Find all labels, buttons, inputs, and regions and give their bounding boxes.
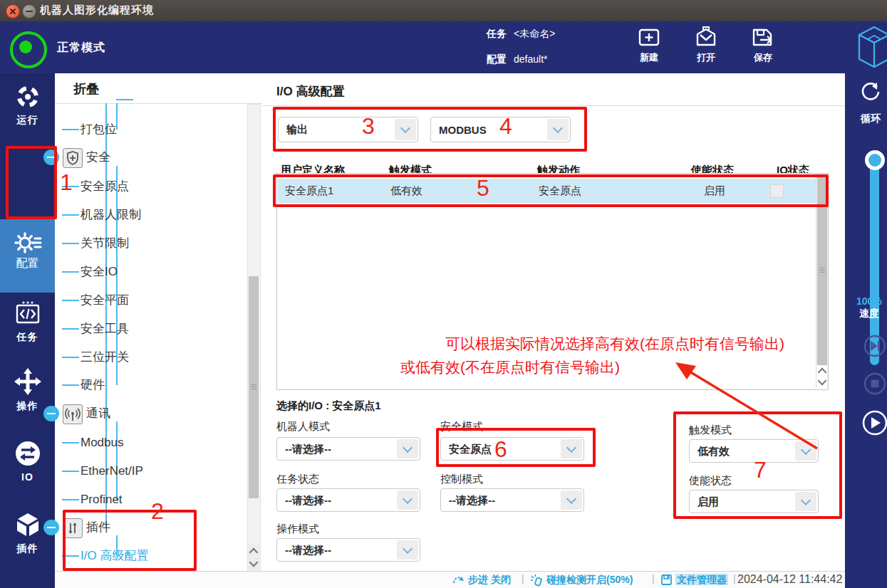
speed-slider-handle[interactable] <box>865 150 885 170</box>
tree-scrollbar-thumb[interactable] <box>249 276 259 498</box>
table-scrollbar-thumb[interactable] <box>817 176 827 365</box>
io-direction-value: 输出 <box>286 123 308 137</box>
window-title: 机器人图形化编程环境 <box>40 4 154 17</box>
step-forward-button[interactable] <box>863 334 887 361</box>
loop-label: 循环 <box>861 112 881 125</box>
trigger-mode-select[interactable]: 低有效 <box>689 439 819 463</box>
chevron-down-icon <box>817 377 826 386</box>
robot-mode-select[interactable]: --请选择-- <box>276 437 420 461</box>
sidebar-plugin-label: 插件 <box>0 542 55 555</box>
step-mode-status[interactable]: 步进 关闭 <box>468 574 511 587</box>
task-state-select[interactable]: --请选择-- <box>276 488 420 512</box>
tree-item-three-position-switch[interactable]: 三位开关 <box>81 348 129 367</box>
table-scroll-down-button[interactable] <box>816 377 827 388</box>
dropdown-button[interactable] <box>795 492 816 511</box>
dropdown-button[interactable] <box>397 439 418 458</box>
save-button-label: 保存 <box>743 51 783 64</box>
open-button-label: 打开 <box>686 51 726 64</box>
stop-button[interactable] <box>863 372 887 399</box>
separator: | <box>522 573 524 584</box>
chevron-down-icon <box>553 123 563 133</box>
chevron-down-icon <box>400 123 410 133</box>
tree-item-joint-limits[interactable]: 关节限制 <box>81 234 129 253</box>
enable-state-select[interactable]: 启用 <box>689 490 819 513</box>
trigger-mode-label: 触发模式 <box>689 424 732 437</box>
dropdown-button[interactable] <box>397 540 418 560</box>
dropdown-button[interactable] <box>561 439 582 458</box>
safety-mode-select[interactable]: 安全原点 <box>440 437 584 461</box>
dropdown-button[interactable] <box>395 119 416 140</box>
dropdown-button[interactable] <box>547 119 569 140</box>
play-button[interactable] <box>861 409 887 439</box>
sidebar-item-run[interactable]: 运行 <box>0 84 55 127</box>
tree-scroll-up-button[interactable] <box>248 545 259 557</box>
tree-item-ethernet-ip[interactable]: EtherNet/IP <box>81 462 143 481</box>
trigger-mode-value: 低有效 <box>697 444 730 458</box>
tree-collapse-node-icon[interactable] <box>43 149 59 165</box>
tree-item-packing-position[interactable]: 打包位 <box>81 120 117 139</box>
cell-name: 安全原点1 <box>285 184 333 198</box>
dropdown-button[interactable] <box>561 490 582 510</box>
tree-item-profinet[interactable]: Profinet <box>81 490 123 509</box>
tree-collapse-header[interactable]: 折叠 <box>55 73 262 104</box>
tree-item-hardware[interactable]: 硬件 <box>81 376 105 394</box>
task-state-label: 任务状态 <box>276 473 319 486</box>
tree-item-robot-limits[interactable]: 机器人限制 <box>81 206 141 224</box>
chevron-down-icon <box>403 543 413 553</box>
open-button[interactable]: 打开 <box>686 26 726 70</box>
tree-item-safety-planes[interactable]: 安全平面 <box>81 291 129 310</box>
chevron-down-icon <box>801 444 811 454</box>
dropdown-button[interactable] <box>397 490 418 510</box>
page-title: I/O 高级配置 <box>276 83 344 100</box>
sidebar-task-label: 任务 <box>0 331 55 344</box>
control-mode-select[interactable]: --请选择-- <box>440 488 584 512</box>
operate-mode-label: 操作模式 <box>276 523 319 536</box>
tree-scroll-down-button[interactable] <box>248 557 259 570</box>
file-manager-label: 文件管理器 <box>675 574 728 585</box>
tree-item-io-advanced-config[interactable]: I/O 高级配置 <box>81 547 148 565</box>
save-button[interactable]: 保存 <box>743 26 783 70</box>
io-state-checkbox[interactable] <box>770 184 784 198</box>
bus-type-select[interactable]: MODBUS <box>430 117 571 142</box>
tree-collapse-node-icon[interactable] <box>43 406 59 421</box>
new-button-label: 新建 <box>629 51 669 64</box>
sidebar-item-operate[interactable]: 操作 <box>0 367 55 413</box>
tree-plugins-label: 插件 <box>86 518 110 537</box>
speed-value: 100% <box>856 295 882 307</box>
sidebar-item-config[interactable]: 配置 <box>0 219 55 293</box>
window-close-button[interactable] <box>6 4 20 19</box>
chevron-down-icon <box>249 558 259 567</box>
divider <box>262 105 845 106</box>
sidebar-item-task[interactable]: 任务 <box>0 300 55 344</box>
separator: | <box>733 573 736 584</box>
play-icon <box>861 409 887 436</box>
io-advanced-config-panel: I/O 高级配置 输出 MODBUS 用户定义名称 触发模式 触发动作 使能状态… <box>262 73 845 571</box>
file-manager-button[interactable]: 文件管理器 <box>675 574 728 587</box>
tree-item-safety-tool[interactable]: 安全工具 <box>81 320 129 338</box>
chevron-down-icon <box>801 495 811 505</box>
operate-mode-value: --请选择-- <box>285 543 331 557</box>
operate-mode-select[interactable]: --请选择-- <box>276 538 420 562</box>
dropdown-button[interactable] <box>795 441 816 461</box>
tree-item-safety-home[interactable]: 安全原点 <box>81 177 129 196</box>
sidebar-run-label: 运行 <box>0 114 55 127</box>
annotation-line2: 或低有效(不在原点时有信号输出) <box>400 357 620 377</box>
loop-icon <box>859 80 882 103</box>
tree-item-modbus[interactable]: Modbus <box>81 434 123 452</box>
tree-communication-label: 通讯 <box>86 404 110 423</box>
safety-mode-label: 安全模式 <box>440 420 483 434</box>
enable-state-value: 启用 <box>697 495 719 508</box>
table-row-selected[interactable]: 安全原点1 低有效 安全原点 启用 <box>278 179 816 203</box>
cube-icon <box>14 511 41 538</box>
new-button[interactable]: 新建 <box>629 26 669 70</box>
table-scroll-up-button[interactable] <box>816 365 827 377</box>
config-label: 配置 <box>487 53 507 65</box>
window-minimize-button[interactable] <box>22 4 36 19</box>
tree-item-safety-io[interactable]: 安全IO <box>81 263 118 281</box>
collision-detect-status[interactable]: 碰撞检测开启(50%) <box>546 574 633 587</box>
tree-collapse-node-icon[interactable] <box>43 520 59 535</box>
sidebar-item-io[interactable]: IO <box>0 440 55 483</box>
io-direction-select[interactable]: 输出 <box>278 117 418 142</box>
mode-status-light-icon <box>10 31 47 68</box>
annotation-line1: 可以根据实际情况选择高有效(在原点时有信号输出) <box>445 334 784 354</box>
